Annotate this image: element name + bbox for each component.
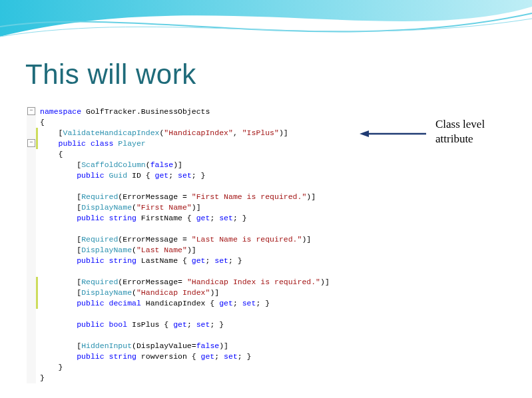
annotation-line2: attribute — [435, 132, 473, 145]
change-bar — [36, 128, 38, 149]
annotation-text: Class level attribute — [435, 117, 485, 146]
slide-title: This will work — [25, 59, 196, 91]
code-panel: − − namespace GolfTracker.BusinessObject… — [27, 106, 361, 383]
outline-collapse-icon: − — [27, 107, 35, 115]
change-bar — [36, 277, 38, 309]
code-block: namespace GolfTracker.BusinessObjects { … — [27, 106, 361, 383]
editor-gutter — [27, 106, 36, 383]
header-swoosh — [0, 0, 532, 60]
annotation-line1: Class level — [435, 118, 485, 130]
svg-marker-1 — [360, 130, 369, 137]
arrow-icon — [360, 130, 426, 138]
outline-collapse-icon: − — [27, 139, 35, 147]
